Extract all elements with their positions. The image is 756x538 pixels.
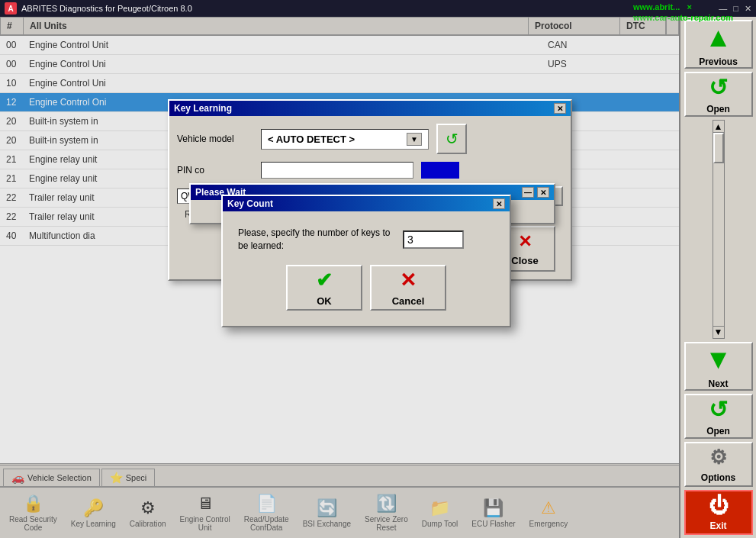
scrollbar[interactable]: ▲ ▼ bbox=[713, 120, 725, 338]
window-close-btn[interactable]: ✕ bbox=[745, 4, 751, 14]
please-wait-minimize-btn[interactable]: — bbox=[522, 187, 534, 198]
dropdown-arrow-icon[interactable]: ▼ bbox=[407, 133, 422, 146]
key-count-close-btn[interactable]: ✕ bbox=[493, 198, 505, 209]
key-count-cancel-button[interactable]: ✕ Cancel bbox=[370, 265, 446, 311]
pin-code-input[interactable] bbox=[261, 162, 413, 179]
ok-checkmark-icon: ✔ bbox=[316, 269, 333, 292]
open-button-bottom[interactable]: ↺ Open bbox=[684, 394, 753, 439]
maximize-btn[interactable]: □ bbox=[733, 4, 738, 14]
cancel-x-icon: ✕ bbox=[400, 269, 417, 292]
key-count-dialog: Key Count ✕ Please, specify the number o… bbox=[221, 195, 511, 327]
app-logo: A bbox=[5, 2, 17, 14]
vehicle-model-dropdown[interactable]: < AUTO DETECT > ▼ bbox=[261, 129, 429, 150]
please-wait-close-btn[interactable]: ✕ bbox=[537, 187, 549, 198]
pin-progress-bar bbox=[421, 162, 459, 179]
key-count-ok-button[interactable]: ✔ OK bbox=[286, 265, 362, 311]
close-x-icon: ✕ bbox=[518, 232, 532, 252]
vehicle-model-label: Vehicle model bbox=[177, 134, 253, 144]
scrollbar-thumb[interactable] bbox=[713, 133, 724, 163]
key-count-prompt: Please, specify the number of keys to be… bbox=[238, 227, 391, 253]
right-panel: ▲ Previous ↺ Open ▲ ▼ ▼ Next ↺ Open bbox=[679, 17, 756, 538]
key-learning-title-bar: Key Learning ✕ bbox=[169, 101, 571, 116]
options-button[interactable]: ⚙ Options bbox=[684, 442, 753, 487]
key-count-title-bar: Key Count ✕ bbox=[223, 196, 510, 211]
pin-code-label: PIN co bbox=[177, 165, 253, 176]
key-count-input[interactable] bbox=[403, 230, 464, 249]
previous-button[interactable]: ▲ Previous bbox=[684, 20, 753, 69]
app-title: ABRITES Diagnostics for Peugeot/Citroen … bbox=[21, 4, 192, 13]
next-button[interactable]: ▼ Next bbox=[684, 342, 753, 391]
open-button-top[interactable]: ↺ Open bbox=[684, 72, 753, 117]
refresh-button[interactable]: ↺ bbox=[436, 124, 467, 154]
key-learning-close-btn[interactable]: ✕ bbox=[554, 103, 566, 114]
exit-button[interactable]: ⏻ Exit bbox=[684, 490, 753, 535]
